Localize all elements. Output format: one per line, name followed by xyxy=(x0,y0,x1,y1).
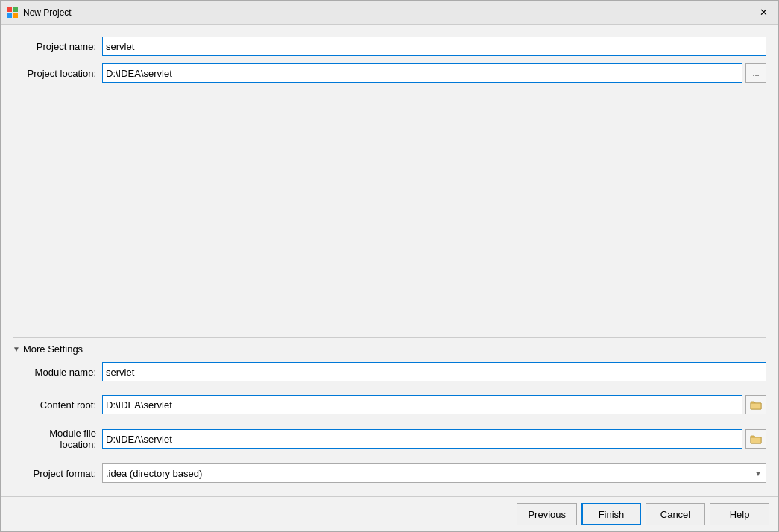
project-format-select[interactable]: .idea (directory based) .ipr (file based… xyxy=(102,463,766,483)
new-project-dialog: New Project ✕ Project name: Project loca… xyxy=(0,0,779,532)
content-root-browse-button[interactable] xyxy=(745,395,766,414)
more-settings-toggle[interactable]: ▼ More Settings xyxy=(13,343,766,355)
more-settings-label: More Settings xyxy=(23,343,83,355)
previous-button[interactable]: Previous xyxy=(517,503,577,525)
more-settings-section: ▼ More Settings Module name: Content r xyxy=(13,337,766,490)
chevron-down-icon: ▼ xyxy=(13,345,20,353)
module-name-input[interactable] xyxy=(102,362,766,381)
content-root-row: Content root: xyxy=(13,395,766,414)
module-file-location-input[interactable] xyxy=(102,429,742,449)
module-file-location-input-wrap xyxy=(102,429,766,449)
project-format-label: Project format: xyxy=(13,468,102,479)
module-file-location-label: Module file location: xyxy=(13,428,102,450)
project-format-row: Project format: .idea (directory based) … xyxy=(13,463,766,483)
svg-rect-3 xyxy=(13,13,18,18)
module-file-location-row: Module file location: xyxy=(13,428,766,450)
project-name-input[interactable] xyxy=(102,37,766,56)
svg-rect-0 xyxy=(7,7,12,12)
module-name-label: Module name: xyxy=(13,367,102,378)
dialog-content: Project name: Project location: ... ▼ Mo… xyxy=(1,25,778,496)
content-root-input[interactable] xyxy=(102,395,742,414)
title-bar: New Project ✕ xyxy=(1,1,778,25)
cancel-button[interactable]: Cancel xyxy=(646,503,705,525)
dialog-footer: Previous Finish Cancel Help xyxy=(1,496,778,531)
project-format-select-wrap: .idea (directory based) .ipr (file based… xyxy=(102,463,766,483)
project-name-input-wrap xyxy=(102,37,766,56)
module-name-row: Module name: xyxy=(13,362,766,381)
project-location-input[interactable] xyxy=(102,63,742,83)
svg-rect-1 xyxy=(13,7,18,12)
close-button[interactable]: ✕ xyxy=(754,4,772,22)
project-location-input-wrap: ... xyxy=(102,63,766,83)
dialog-title: New Project xyxy=(23,7,72,18)
project-name-label: Project name: xyxy=(13,41,102,52)
folder-icon xyxy=(750,399,762,410)
project-location-row: Project location: ... xyxy=(13,63,766,83)
finish-button[interactable]: Finish xyxy=(581,503,641,525)
content-root-label: Content root: xyxy=(13,399,102,411)
more-settings-content: Module name: Content root: xyxy=(13,362,766,490)
title-bar-left: New Project xyxy=(7,7,72,19)
project-location-browse-button[interactable]: ... xyxy=(745,63,766,83)
app-icon xyxy=(7,7,19,19)
help-button[interactable]: Help xyxy=(710,503,769,525)
project-format-dropdown-wrap: .idea (directory based) .ipr (file based… xyxy=(102,463,766,483)
project-name-row: Project name: xyxy=(13,37,766,56)
project-location-label: Project location: xyxy=(13,68,102,79)
content-root-input-wrap xyxy=(102,395,766,414)
folder-icon-2 xyxy=(750,434,762,444)
module-name-input-wrap xyxy=(102,362,766,381)
svg-rect-2 xyxy=(7,13,12,18)
module-file-location-browse-button[interactable] xyxy=(745,429,766,449)
content-spacer xyxy=(13,90,766,334)
